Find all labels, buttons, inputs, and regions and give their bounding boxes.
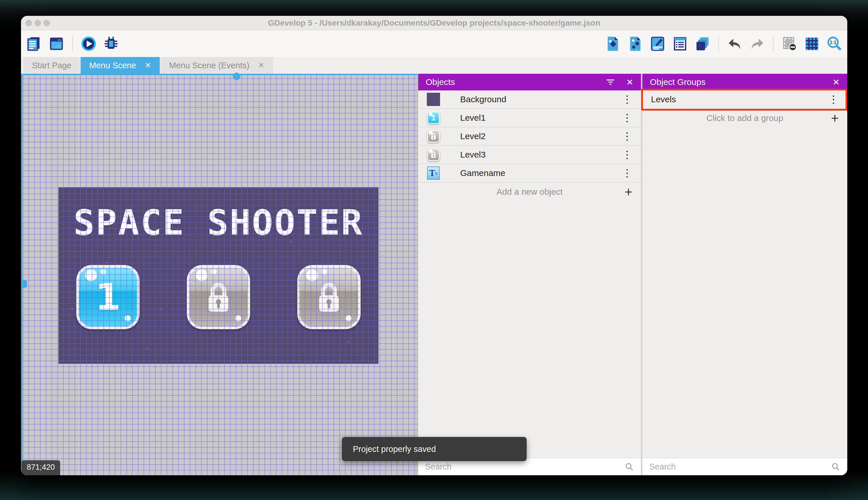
tab-start-page[interactable]: Start Page xyxy=(23,57,80,74)
objects-icon[interactable] xyxy=(605,35,621,52)
group-row-levels[interactable]: Levels ⋮ xyxy=(642,90,847,109)
locked-button-thumbnail xyxy=(427,129,440,143)
level-3-locked-button[interactable] xyxy=(297,265,361,329)
game-preview: SPACE SHOOTER + + + + + + + + 1 xyxy=(58,187,378,364)
close-panel-icon[interactable]: ✕ xyxy=(833,77,840,87)
level-2-locked-button[interactable] xyxy=(187,265,250,329)
redo-icon[interactable] xyxy=(749,35,765,52)
objects-panel: Objects ✕ Background ⋮ 1 Level1 ⋮ Level2 xyxy=(418,74,641,475)
row-menu-icon[interactable]: ⋮ xyxy=(619,167,635,179)
object-name: Gamename xyxy=(460,168,619,178)
toolbar-left-group xyxy=(26,35,119,52)
row-menu-icon[interactable]: ⋮ xyxy=(619,112,635,124)
tab-menu-scene-events[interactable]: Menu Scene (Events) ✕ xyxy=(160,57,273,74)
object-groups-icon[interactable] xyxy=(627,35,644,52)
groups-search-input[interactable] xyxy=(649,462,827,471)
star-decoration: + xyxy=(159,305,163,314)
save-toast: Project properly saved xyxy=(342,437,527,461)
traffic-lights xyxy=(26,20,50,26)
title-bar: GDevelop 5 - /Users/dkarakay/Documents/G… xyxy=(21,16,847,30)
properties-icon[interactable] xyxy=(649,35,666,52)
cursor-coordinates-badge: 871;420 xyxy=(22,460,60,475)
object-row-background[interactable]: Background ⋮ xyxy=(418,90,641,109)
grid-icon[interactable] xyxy=(804,35,820,52)
editor-content: SPACE SHOOTER + + + + + + + + 1 xyxy=(21,74,847,475)
window-title: GDevelop 5 - /Users/dkarakay/Documents/G… xyxy=(21,16,847,30)
toolbar-right-group: 1:1 xyxy=(605,35,843,52)
svg-text:1:1: 1:1 xyxy=(830,40,836,45)
object-row-level3[interactable]: Level3 ⋮ xyxy=(418,146,641,164)
text-object-thumbnail: Tx xyxy=(427,167,440,180)
tab-label: Start Page xyxy=(32,61,71,70)
horizontal-scrollbar-thumb[interactable] xyxy=(233,72,240,80)
mask-icon[interactable] xyxy=(781,35,798,52)
star-decoration: + xyxy=(145,344,149,353)
tab-label: Menu Scene (Events) xyxy=(169,61,249,70)
plus-icon: + xyxy=(624,184,632,200)
add-object-label: Add a new object xyxy=(496,187,563,197)
star-decoration: + xyxy=(289,238,293,247)
undo-icon[interactable] xyxy=(726,35,743,52)
tab-menu-scene[interactable]: Menu Scene ✕ xyxy=(81,57,160,74)
add-group-button[interactable]: Click to add a group + xyxy=(642,109,847,127)
search-icon[interactable] xyxy=(831,462,840,471)
close-tab-icon[interactable]: ✕ xyxy=(258,61,265,70)
group-name: Levels xyxy=(651,94,825,104)
project-manager-icon[interactable] xyxy=(26,35,42,52)
close-tab-icon[interactable]: ✕ xyxy=(145,61,151,70)
horizontal-scrollbar-track[interactable] xyxy=(21,74,417,75)
gdevelop-window: GDevelop 5 - /Users/dkarakay/Documents/G… xyxy=(21,16,847,475)
objects-panel-header: Objects ✕ xyxy=(418,74,641,90)
lock-icon xyxy=(204,280,233,314)
level-number: 1 xyxy=(95,276,120,319)
row-menu-icon[interactable]: ⋮ xyxy=(619,149,635,161)
objects-search-input[interactable] xyxy=(425,462,621,471)
objects-panel-title: Objects xyxy=(426,77,455,87)
object-row-gamename[interactable]: Tx Gamename ⋮ xyxy=(418,164,641,183)
editor-tab-bar: Start Page Menu Scene ✕ Menu Scene (Even… xyxy=(21,57,847,74)
zoom-1-1-icon[interactable]: 1:1 xyxy=(826,35,843,52)
scene-canvas[interactable]: SPACE SHOOTER + + + + + + + + 1 xyxy=(21,74,417,475)
object-name: Level2 xyxy=(460,131,619,141)
scene-editor-icon[interactable] xyxy=(48,35,65,52)
add-new-object-button[interactable]: Add a new object + xyxy=(418,183,641,201)
object-groups-panel: Object Groups ✕ Levels ⋮ Click to add a … xyxy=(642,74,847,475)
background-thumbnail xyxy=(427,93,440,106)
star-decoration: + xyxy=(346,337,351,346)
object-name: Level3 xyxy=(460,150,619,160)
object-groups-panel-title: Object Groups xyxy=(650,77,705,87)
close-window-icon[interactable] xyxy=(26,20,32,26)
play-icon[interactable] xyxy=(80,35,97,52)
star-decoration: + xyxy=(70,304,74,313)
toolbar-separator xyxy=(773,36,774,52)
game-title-text[interactable]: SPACE SHOOTER xyxy=(58,202,378,243)
tab-label: Menu Scene xyxy=(89,61,136,70)
object-groups-panel-header: Object Groups ✕ xyxy=(642,74,847,90)
level-1-button[interactable]: 1 xyxy=(76,265,140,329)
object-row-level2[interactable]: Level2 ⋮ xyxy=(418,127,641,146)
maximize-window-icon[interactable] xyxy=(44,20,50,26)
minimize-window-icon[interactable] xyxy=(35,20,41,26)
object-row-level1[interactable]: 1 Level1 ⋮ xyxy=(418,109,641,127)
instances-list-icon[interactable] xyxy=(672,35,689,52)
level1-button-thumbnail: 1 xyxy=(427,111,440,124)
vertical-scrollbar-thumb[interactable] xyxy=(21,280,27,288)
main-toolbar: 1:1 xyxy=(21,30,847,57)
filter-icon[interactable] xyxy=(606,77,615,87)
debug-icon[interactable] xyxy=(103,35,119,52)
lock-icon xyxy=(315,280,343,314)
row-menu-icon[interactable]: ⋮ xyxy=(619,93,635,105)
toast-message: Project properly saved xyxy=(353,444,436,454)
search-icon[interactable] xyxy=(625,462,634,471)
row-menu-icon[interactable]: ⋮ xyxy=(619,130,635,142)
locked-button-thumbnail xyxy=(427,148,440,161)
vertical-scrollbar-track[interactable] xyxy=(21,74,22,475)
layers-icon[interactable] xyxy=(694,35,711,52)
close-panel-icon[interactable]: ✕ xyxy=(626,77,633,87)
groups-search-bar xyxy=(642,458,847,475)
add-group-label: Click to add a group xyxy=(706,113,783,123)
row-menu-icon[interactable]: ⋮ xyxy=(825,93,842,105)
plus-icon: + xyxy=(831,110,838,126)
toolbar-separator xyxy=(72,36,73,52)
toolbar-separator xyxy=(718,36,719,52)
